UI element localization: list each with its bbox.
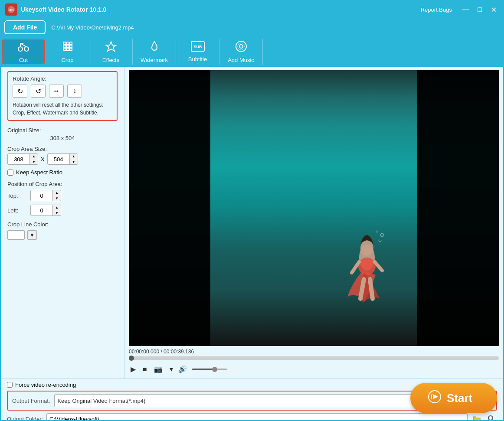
close-button[interactable]: ✕ xyxy=(488,4,499,15)
svg-rect-13 xyxy=(63,48,66,51)
color-dropdown-button[interactable]: ▼ xyxy=(27,230,37,240)
stop-button[interactable]: ■ xyxy=(141,364,149,375)
crop-height-input[interactable] xyxy=(48,156,69,163)
left-input[interactable] xyxy=(31,207,52,214)
crop-height-down[interactable]: ▼ xyxy=(70,159,78,165)
tab-watermark[interactable]: Watermark xyxy=(133,39,176,65)
volume-slider[interactable] xyxy=(192,369,227,370)
video-progress-bar[interactable] xyxy=(129,356,499,360)
svg-rect-11 xyxy=(66,45,69,48)
tab-effects[interactable]: Effects xyxy=(89,39,133,65)
rotate-clockwise-button[interactable]: ↻ xyxy=(13,85,27,98)
tab-cut-label: Cut xyxy=(19,57,28,63)
output-folder-row: Output Folder: C:\Videos-Ukeysoft\ xyxy=(7,413,497,421)
top-position-row: Top: ▲ ▼ xyxy=(7,190,118,201)
svg-rect-7 xyxy=(63,42,66,45)
output-format-select[interactable]: Keep Original Video Format(*.mp4) ▲ xyxy=(54,394,433,407)
crop-line-color-label: Crop Line Color: xyxy=(7,221,118,228)
crop-width-up[interactable]: ▲ xyxy=(30,153,38,159)
search-icon xyxy=(488,415,495,421)
tab-crop-label: Crop xyxy=(61,57,73,63)
rotate-buttons-group: ↻ ↺ ↔ ↕ xyxy=(13,85,112,98)
minimize-button[interactable]: — xyxy=(461,4,471,15)
tab-crop[interactable]: Crop xyxy=(46,39,89,65)
video-frame xyxy=(129,70,499,346)
diver-visual xyxy=(339,223,395,318)
top-label: Top: xyxy=(7,193,27,199)
svg-point-30 xyxy=(380,233,384,237)
video-progress-thumb[interactable] xyxy=(129,356,134,361)
start-label: Start xyxy=(447,392,472,405)
video-controls: ▶ ■ 📷 ▾ 🔊 xyxy=(129,363,499,375)
svg-point-31 xyxy=(376,231,378,232)
crop-height-up[interactable]: ▲ xyxy=(70,153,78,159)
svg-text:UK: UK xyxy=(9,8,14,12)
main-content: Rotate Angle: ↻ ↺ ↔ ↕ Rotation will rese… xyxy=(1,67,503,379)
volume-icon: 🔊 xyxy=(178,365,187,373)
crop-height-input-wrap: ▲ ▼ xyxy=(47,153,78,165)
flip-horizontal-button[interactable]: ↔ xyxy=(49,85,64,98)
crop-line-color-section: Crop Line Color: ▼ xyxy=(7,221,118,240)
top-bar: Add File C:\All My Video\One\diving2.mp4 xyxy=(1,18,503,36)
svg-text:SUB: SUB xyxy=(193,45,202,49)
flip-vertical-button[interactable]: ↕ xyxy=(67,85,82,98)
color-picker-row: ▼ xyxy=(7,230,118,240)
screenshot-button[interactable]: 📷 xyxy=(152,363,164,375)
tab-add-music[interactable]: Add Music xyxy=(219,39,263,65)
app-logo: UK xyxy=(5,3,17,16)
effects-icon xyxy=(105,40,117,55)
top-input[interactable] xyxy=(31,193,52,199)
color-swatch[interactable] xyxy=(7,230,25,240)
start-button[interactable]: Start xyxy=(410,383,497,413)
crop-size-inputs: ▲ ▼ X ▲ ▼ xyxy=(7,153,118,165)
video-black-left xyxy=(129,70,210,346)
screenshot-dropdown-button[interactable]: ▾ xyxy=(168,363,175,375)
position-label: Position of Crop Area: xyxy=(7,181,118,187)
svg-line-27 xyxy=(375,262,382,271)
crop-width-down[interactable]: ▼ xyxy=(30,159,38,165)
crop-width-input[interactable] xyxy=(8,156,29,163)
rotate-counterclockwise-button[interactable]: ↺ xyxy=(31,85,46,98)
watermark-icon xyxy=(148,40,160,55)
crop-width-input-wrap: ▲ ▼ xyxy=(7,153,38,165)
crop-height-spinners: ▲ ▼ xyxy=(69,153,78,165)
add-music-icon xyxy=(235,40,247,55)
report-bugs-link[interactable]: Report Bugs xyxy=(421,7,452,13)
keep-aspect-ratio-checkbox[interactable] xyxy=(7,170,13,176)
left-spinners: ▲ ▼ xyxy=(52,205,61,216)
play-button[interactable]: ▶ xyxy=(129,363,137,375)
volume-fill xyxy=(192,369,213,370)
tab-cut[interactable]: Cut xyxy=(2,39,45,64)
original-size-value: 308 x 504 xyxy=(7,135,118,141)
browse-folder-button[interactable] xyxy=(471,413,482,421)
crop-width-spinners: ▲ ▼ xyxy=(29,153,38,165)
svg-line-25 xyxy=(370,279,373,299)
svg-point-29 xyxy=(379,239,381,242)
tab-subtitle-label: Subtitle xyxy=(188,56,207,62)
svg-marker-16 xyxy=(106,42,116,51)
toolbar: Cut Crop Effects xyxy=(1,36,503,67)
left-up[interactable]: ▲ xyxy=(53,205,61,210)
left-label: Left: xyxy=(7,207,27,214)
keep-aspect-ratio-row: Keep Aspect Ratio xyxy=(7,169,118,176)
crop-size-separator: X xyxy=(41,156,45,163)
video-black-right xyxy=(417,70,499,346)
crop-position-section: Position of Crop Area: Top: ▲ ▼ Left: ▲ xyxy=(7,181,118,216)
search-folder-button[interactable] xyxy=(486,413,497,421)
add-file-button[interactable]: Add File xyxy=(4,20,46,34)
cut-icon xyxy=(17,40,29,55)
maximize-button[interactable]: □ xyxy=(475,4,485,15)
svg-rect-8 xyxy=(66,42,69,45)
file-path-display: C:\All My Video\One\diving2.mp4 xyxy=(49,18,134,36)
tab-watermark-label: Watermark xyxy=(141,57,168,63)
output-format-label: Output Format: xyxy=(12,398,50,404)
tab-subtitle[interactable]: SUB Subtitle xyxy=(176,39,219,65)
volume-thumb[interactable] xyxy=(212,367,217,372)
left-down[interactable]: ▼ xyxy=(53,210,61,216)
top-down[interactable]: ▼ xyxy=(53,196,61,201)
start-icon xyxy=(428,390,442,407)
top-spinners: ▲ ▼ xyxy=(52,190,61,201)
top-up[interactable]: ▲ xyxy=(53,190,61,196)
rotate-angle-label: Rotate Angle: xyxy=(13,75,112,82)
force-encode-checkbox[interactable] xyxy=(7,382,13,388)
